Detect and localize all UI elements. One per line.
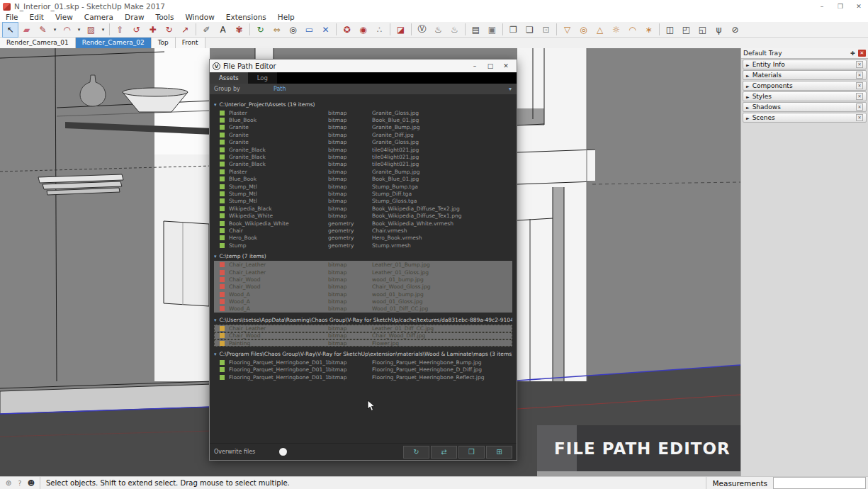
vray-render-button[interactable]: ♨ [430,22,446,38]
follow-me-tool[interactable]: ↺ [128,22,145,38]
vray-batch-render-button[interactable]: ❏ [522,22,538,38]
look-around-tool[interactable]: ◉ [355,22,371,38]
asset-row[interactable]: Granite_Black bitmap tile04light021.jpg [214,146,512,153]
window-restore-button[interactable]: ❐ [831,0,850,13]
asset-row[interactable]: Wood_A bitmap Wood_01_Diff_CC.jpg [214,305,512,313]
zoom-window-tool[interactable]: ▭ [301,22,317,38]
line-tool-caret[interactable]: ▾ [51,22,59,38]
asset-row[interactable]: Flooring_Parquet_Herringbone_D01_12... b… [214,359,512,366]
vray-proxy-import-button[interactable]: ◱ [694,22,711,38]
asset-row[interactable]: Chair_Leather bitmap Leather_01_Bump.jpg [214,261,512,268]
orbit-tool[interactable]: ↻ [252,22,269,38]
asset-row[interactable]: Granite bitmap Granite_Bump.jpg [214,124,512,131]
geolocation-icon[interactable]: ⊕ [3,479,14,487]
asset-row[interactable]: Chair_Leather bitmap Leather_01_Diff_CC.… [214,325,512,332]
window-minimize-button[interactable]: – [813,0,831,13]
asset-row[interactable]: Hero_Book geometry Hero_Book.vrmesh [214,235,512,242]
tape-measure-tool[interactable]: ✐ [198,22,215,38]
select-tool[interactable]: ↖ [2,22,18,38]
asset-row[interactable]: Plaster bitmap Granite_Bump.jpg [214,168,512,175]
section-plane-tool[interactable]: ◪ [393,22,409,38]
tray-section[interactable]: ► Materials ✕ [743,70,867,80]
separator[interactable] [109,23,110,35]
vray-ies-light-button[interactable]: ∗ [641,22,657,38]
tray-section-close-icon[interactable]: ✕ [856,72,863,79]
help-icon[interactable]: ? [14,480,26,487]
chevron-down-icon[interactable]: ▾ [509,84,512,94]
asset-row[interactable]: Flooring_Parquet_Herringbone_D01_12... b… [214,366,512,373]
asset-row[interactable]: Blue_Book bitmap Book_Blue_01.jpg [214,176,512,183]
menu-item[interactable]: Tools [150,13,180,22]
tray-close-button[interactable]: ✕ [858,50,866,57]
vray-fur-button[interactable]: ψ [711,22,727,38]
asset-row[interactable]: Granite_Black bitmap tile04light021.jpg [214,161,512,168]
push-pull-tool[interactable]: ⇧ [112,22,128,38]
dialog-minimize-button[interactable]: – [467,60,483,72]
vray-spot-light-button[interactable]: △ [592,22,608,38]
separator[interactable] [249,23,250,35]
menu-item[interactable]: Draw [119,13,150,22]
collect-assets-button[interactable]: ⊞ [486,446,512,459]
asset-row[interactable]: Stump_Mtl bitmap Stump_Gloss.tga [214,198,512,205]
vray-sphere-light-button[interactable]: ◎ [575,22,592,38]
menu-item[interactable]: Camera [79,13,119,22]
menu-item[interactable]: Help [272,13,300,22]
asset-row[interactable]: Granite_Black bitmap tile04light021.jpg [214,153,512,160]
asset-row[interactable]: Stump_Mtl bitmap Stump_Bump.tga [214,183,512,190]
path-group-header[interactable]: ▾C:\Interior_Project\Assets (19 items) [214,101,512,109]
dialog-tab[interactable]: Assets [210,72,248,84]
asset-row[interactable]: Stump geometry Stump.vrmesh [214,242,512,249]
asset-row[interactable]: Book_Wikipedia_White geometry Book_Wikip… [214,220,512,227]
scene-tab[interactable]: Render_Camera_02 [76,38,152,48]
vray-viewport-render-button[interactable]: ▤ [468,22,484,38]
tray-section[interactable]: ► Components ✕ [743,81,867,91]
vray-render-region-button[interactable]: ▣ [484,22,500,38]
separator[interactable] [196,23,196,35]
path-group-header[interactable]: ▾C:\Program Files\Chaos Group\V-Ray\V-Ra… [214,350,512,359]
asset-row[interactable]: Stump_Mtl bitmap Stump_Diff.tga [214,190,512,197]
asset-row[interactable]: Painting bitmap Flower.jpg [214,339,512,347]
vray-infinite-plane-button[interactable]: ⊘ [727,22,743,38]
zoom-tool[interactable]: ◎ [285,22,301,38]
tray-section[interactable]: ► Scenes ✕ [743,113,867,123]
paint-bucket-tool[interactable]: ✾ [231,22,247,38]
menu-item[interactable]: File [0,13,24,22]
asset-row[interactable]: Wikipedia_Black bitmap Book_Wikipedia_Di… [214,205,512,212]
vray-dome-light-button[interactable]: ◠ [624,22,641,38]
rectangle-tool-caret[interactable]: ▾ [99,22,107,38]
rectangle-tool[interactable]: ▨ [83,22,99,38]
tray-section-close-icon[interactable]: ✕ [856,82,863,89]
asset-row[interactable]: Plaster bitmap Granite_Gloss.jpg [214,109,512,116]
user-icon[interactable]: ☻ [26,479,37,487]
tray-section[interactable]: ► Entity Info ✕ [743,60,867,69]
vray-asset-editor-button[interactable]: Ⓥ [414,22,430,38]
tray-section-close-icon[interactable]: ✕ [856,114,863,121]
move-tool[interactable]: ✚ [145,22,161,38]
tray-section[interactable]: ► Shadows ✕ [743,102,867,112]
asset-row[interactable]: Chair_Wood bitmap Chair_Wood_Diff.jpg [214,332,512,339]
arc-tool-caret[interactable]: ▾ [75,22,83,38]
tray-section-close-icon[interactable]: ✕ [856,103,863,111]
separator[interactable] [659,23,660,35]
scene-tab[interactable]: Render_Camera_01 [0,38,76,48]
open-folder-button[interactable]: ❒ [458,446,485,459]
rotate-tool[interactable]: ↻ [161,22,177,38]
group-by-row[interactable]: Group by Path ▾ [210,84,517,95]
dialog-maximize-button[interactable]: □ [483,60,498,72]
vray-omni-light-button[interactable]: ☼ [608,22,624,38]
dialog-close-button[interactable]: ✕ [498,60,514,72]
tray-section-close-icon[interactable]: ✕ [856,61,863,68]
separator[interactable] [411,23,412,35]
refresh-paths-button[interactable]: ↻ [403,446,429,459]
asset-row[interactable]: Chair_Wood bitmap wood_01_bump.jpg [214,276,512,283]
asset-row[interactable]: Chair_Leather bitmap Leather_01_Gloss.jp… [214,269,512,276]
scene-tab[interactable]: Front [176,38,205,48]
relocate-files-button[interactable]: ⇄ [431,446,457,459]
window-close-button[interactable]: ✕ [850,0,868,13]
separator[interactable] [390,23,390,35]
vray-rect-light-button[interactable]: ▽ [559,22,575,38]
scale-tool[interactable]: ↗ [177,22,193,38]
separator[interactable] [556,23,557,35]
asset-row[interactable]: Wikipedia_White bitmap Book_Wikipedia_Di… [214,212,512,219]
zoom-extents-tool[interactable]: ✕ [317,22,334,38]
